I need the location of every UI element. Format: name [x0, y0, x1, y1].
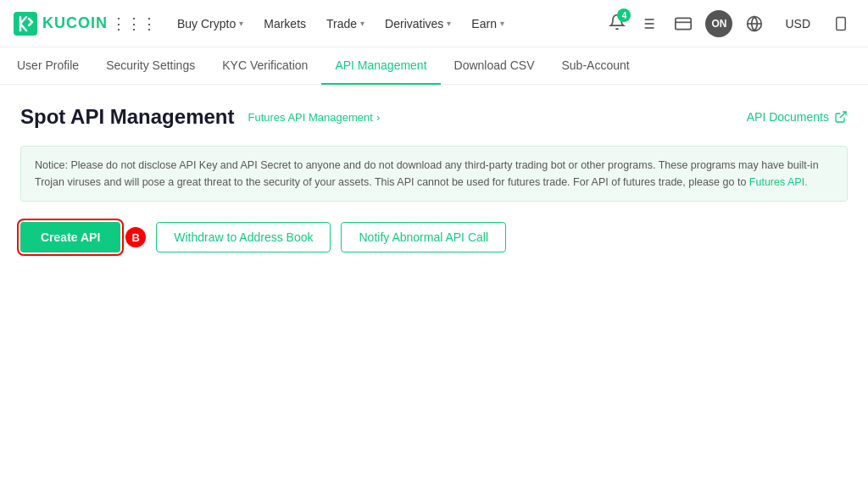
grid-menu-icon[interactable]: ⋮⋮⋮: [111, 14, 157, 33]
wallet-icon[interactable]: [670, 10, 697, 37]
tab-kyc-verification[interactable]: KYC Verification: [209, 47, 321, 85]
earn-arrow: ▾: [500, 19, 504, 28]
futures-api-link[interactable]: Futures API.: [749, 176, 808, 188]
futures-api-management-link[interactable]: Futures API Management ›: [248, 111, 380, 124]
nav-markets[interactable]: Markets: [253, 0, 316, 47]
tab-api-management[interactable]: API Management: [321, 47, 440, 85]
b-annotation-badge: B: [125, 227, 146, 247]
external-link-icon: [834, 110, 848, 124]
svg-line-12: [840, 112, 846, 118]
tab-download-csv[interactable]: Download CSV: [441, 47, 548, 85]
svg-rect-0: [14, 12, 37, 36]
globe-icon[interactable]: [741, 10, 768, 37]
nav-trade[interactable]: Trade ▾: [316, 0, 375, 47]
list-icon: [639, 15, 656, 32]
notice-box: Notice: Please do not disclose API Key a…: [20, 146, 848, 202]
action-buttons-row: Create API B Withdraw to Address Book No…: [20, 222, 848, 252]
phone-icon[interactable]: [827, 10, 854, 37]
kucoin-logo-icon: [14, 12, 37, 36]
brand-name: KUCOIN: [42, 14, 108, 32]
api-documents-link[interactable]: API Documents: [747, 110, 848, 124]
nav-buy-crypto[interactable]: Buy Crypto ▾: [167, 0, 253, 47]
main-nav-items: Buy Crypto ▾ Markets Trade ▾ Derivatives…: [167, 0, 605, 47]
notification-count: 4: [617, 8, 631, 22]
top-navigation: KUCOIN ⋮⋮⋮ Buy Crypto ▾ Markets Trade ▾ …: [0, 0, 868, 47]
svg-rect-7: [676, 18, 691, 29]
trade-arrow: ▾: [360, 19, 364, 28]
page-title: Spot API Management: [20, 105, 234, 129]
logo[interactable]: KUCOIN: [14, 12, 108, 36]
buy-crypto-arrow: ▾: [239, 19, 243, 28]
notify-abnormal-api-button[interactable]: Notify Abnormal API Call: [341, 222, 506, 252]
nav-earn[interactable]: Earn ▾: [461, 0, 515, 47]
wallet-svg-icon: [675, 15, 692, 32]
language-icon: [746, 15, 763, 32]
main-content: Spot API Management Futures API Manageme…: [0, 85, 868, 273]
orders-icon[interactable]: [634, 10, 661, 37]
tab-sub-account[interactable]: Sub-Account: [548, 47, 643, 85]
nav-right-actions: 4 ON USD: [609, 10, 854, 37]
withdraw-address-book-button[interactable]: Withdraw to Address Book: [156, 222, 331, 252]
page-title-row: Spot API Management Futures API Manageme…: [20, 105, 848, 129]
notification-bell[interactable]: 4: [609, 14, 626, 33]
tab-user-profile[interactable]: User Profile: [17, 47, 92, 85]
currency-selector[interactable]: USD: [776, 14, 819, 34]
mobile-icon: [833, 15, 849, 32]
sub-navigation: User Profile Security Settings KYC Verif…: [0, 47, 868, 85]
user-avatar[interactable]: ON: [705, 10, 732, 37]
tab-security-settings[interactable]: Security Settings: [92, 47, 209, 85]
create-api-button[interactable]: Create API: [20, 222, 120, 252]
chevron-right-icon: ›: [376, 111, 380, 124]
derivatives-arrow: ▾: [447, 19, 451, 28]
nav-derivatives[interactable]: Derivatives ▾: [375, 0, 461, 47]
